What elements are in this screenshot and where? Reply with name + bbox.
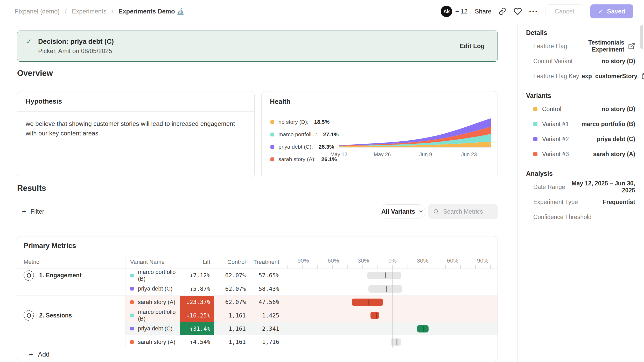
variant-name: sarah story (A) — [138, 339, 175, 345]
legend-swatch — [270, 120, 274, 124]
variant-name: priya debt (C) — [138, 325, 172, 332]
search-metrics-input[interactable] — [443, 208, 493, 215]
axis-tick — [302, 265, 303, 269]
avatar[interactable]: Ak — [441, 6, 452, 17]
legend-label: priya debt (C): — [278, 144, 313, 150]
axis-tick — [415, 265, 416, 269]
breadcrumb-project[interactable]: Fixpanel {demo} — [15, 8, 60, 15]
health-legend: no story (D): 18.5% marco portfoli...: 2… — [270, 113, 339, 165]
ci-bar — [368, 285, 402, 293]
treatment-value: 1,716 — [262, 339, 279, 345]
table-row[interactable]: priya debt (C) ↓5.87% 62.07% 58.43% — [17, 282, 498, 295]
variant-swatch — [130, 287, 134, 291]
overview-heading: Overview — [17, 69, 53, 78]
variant-label: Variant #2 — [542, 136, 569, 143]
ci-bar — [417, 325, 429, 332]
control-value: 62.07% — [225, 299, 246, 305]
details-heading: Details — [526, 29, 635, 37]
chevron-down-icon — [418, 209, 424, 214]
axis-tick — [400, 265, 401, 269]
axis-tick — [317, 265, 318, 269]
axis-tick — [460, 265, 461, 269]
axis-tick — [325, 265, 325, 269]
legend-label: marco portfoli...: — [278, 131, 318, 137]
hypothesis-card: Hypothesis we believe that showing custo… — [17, 91, 255, 178]
search-icon — [433, 208, 439, 215]
axis-tick — [408, 265, 408, 269]
legend-label: no story (D): — [278, 119, 309, 125]
axis-tick — [332, 265, 333, 269]
table-body: 1. Engagement marco portfolio (B) ↓7.12%… — [17, 269, 498, 349]
variant-row: Control no story (D) — [526, 102, 635, 117]
treatment-value: 1,425 — [262, 312, 279, 319]
add-label: Add — [38, 351, 50, 358]
metric-goal-icon — [24, 270, 34, 281]
analysis-label: Confidence Threshold — [533, 214, 592, 221]
lift-value: ↓7.12% — [190, 272, 210, 279]
legend-swatch — [270, 157, 274, 161]
legend-swatch — [270, 133, 274, 136]
analysis-section: Analysis Date Range May 12, 2025 – Jun 3… — [526, 170, 635, 225]
results-heading: Results — [17, 184, 46, 193]
analysis-label: Date Range — [533, 184, 565, 191]
detail-label: Feature Flag — [533, 43, 567, 50]
add-metric-button[interactable]: + Add — [17, 348, 498, 361]
favorite-heart-icon[interactable] — [514, 7, 522, 16]
detail-label: Feature Flag Key — [533, 73, 579, 80]
more-menu-icon[interactable]: ••• — [529, 8, 538, 15]
variant-label: Control — [542, 106, 561, 113]
detail-value: no story (D) — [602, 58, 635, 65]
share-button[interactable]: Share — [475, 8, 491, 15]
axis-tick — [370, 265, 370, 269]
edit-log-button[interactable]: Edit Log — [460, 42, 485, 50]
control-value: 1,161 — [229, 312, 246, 319]
treatment-value: 57.65% — [259, 272, 279, 279]
table-row[interactable]: sarah story (A) ↓23.37% 62.07% 47.56% — [17, 295, 498, 309]
breadcrumb-experiments[interactable]: Experiments — [72, 8, 106, 15]
variant-value: priya debt (C) — [597, 136, 635, 143]
variants-section: Variants Control no story (D) Variant #1… — [526, 92, 635, 162]
variant-swatch — [533, 122, 537, 126]
external-link-icon[interactable] — [628, 42, 635, 50]
axis-tick — [483, 265, 483, 269]
metric-cell[interactable]: 2. Sessions — [24, 310, 72, 321]
legend-item: no story (D): 18.5% — [270, 116, 339, 128]
confidence-interval-cell — [287, 282, 495, 295]
add-filter-button[interactable]: + Filter — [22, 204, 44, 219]
collaborator-count[interactable]: + 12 — [455, 8, 467, 15]
table-row[interactable]: 1. Engagement marco portfolio (B) ↓7.12%… — [17, 269, 498, 282]
variant-swatch — [130, 327, 134, 330]
table-row[interactable]: priya debt (C) ↑31.4% 1,161 2,341 — [17, 322, 498, 335]
divider — [17, 224, 498, 224]
control-value: 62.07% — [225, 286, 246, 292]
table-row[interactable]: sarah story (A) ↑4.54% 1,161 1,716 — [17, 335, 498, 348]
link-icon[interactable] — [499, 8, 506, 15]
health-title: Health — [262, 91, 498, 112]
zero-axis-line — [393, 265, 393, 349]
saved-button[interactable]: ✓ Saved — [590, 4, 633, 18]
details-section: Details Feature Flag Testimonials Experi… — [526, 29, 635, 84]
variant-name: marco portfolio (B) — [138, 309, 180, 322]
search-metrics-box[interactable] — [428, 204, 498, 219]
variant-swatch — [533, 107, 537, 111]
axis-tick — [355, 265, 355, 269]
column-header-metric: Metric — [17, 255, 125, 269]
plus-icon: + — [29, 351, 33, 358]
cancel-button[interactable]: Cancel — [545, 4, 583, 18]
table-row[interactable]: 2. Sessions marco portfolio (B) ↓16.25% … — [17, 309, 498, 322]
metric-cell[interactable]: 1. Engagement — [24, 270, 82, 281]
treatment-value: 2,341 — [262, 325, 279, 332]
copy-clipboard-icon[interactable] — [641, 73, 644, 79]
variant-swatch — [130, 314, 134, 317]
detail-row-feature-flag: Feature Flag Testimonials Experiment — [526, 39, 635, 54]
axis-tick — [295, 265, 295, 269]
x-axis-label: May 26 — [374, 151, 391, 157]
variants-dropdown[interactable]: All Variants — [380, 204, 425, 219]
treatment-value: 58.43% — [259, 286, 279, 292]
saved-button-label: Saved — [607, 8, 625, 15]
control-value: 1,161 — [229, 325, 246, 332]
lift-value: ↓23.37% — [186, 299, 210, 305]
scrollbar-thumb[interactable] — [640, 25, 643, 49]
control-value: 62.07% — [225, 272, 246, 279]
ci-point-marker — [385, 272, 386, 278]
